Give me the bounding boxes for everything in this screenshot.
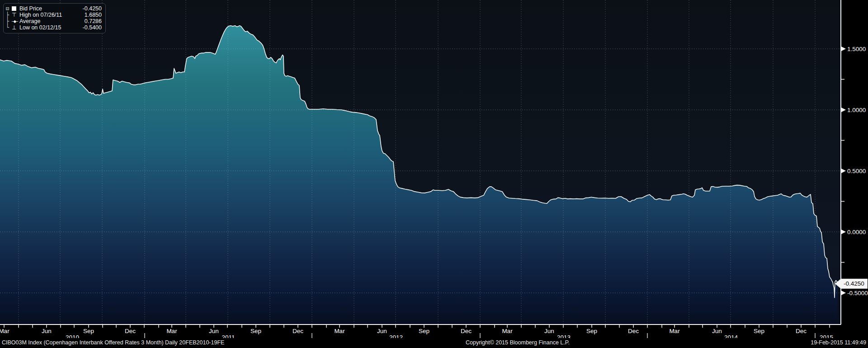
security-description: CIBO03M Index (Copenhagen Interbank Offe… — [2, 339, 224, 346]
month-label: Jun — [377, 328, 387, 334]
month-label: Jun — [544, 328, 554, 334]
legend-value: 1.6850 — [85, 12, 102, 18]
y-tick-label: 0.5000 — [847, 168, 866, 174]
y-tick-arrow-icon — [841, 291, 846, 295]
month-label: Jun — [209, 328, 219, 334]
month-label: Dec — [796, 328, 807, 334]
month-label: Sep — [83, 328, 94, 334]
legend-value: -0.5400 — [83, 24, 102, 31]
y-tick-arrow-icon — [841, 230, 846, 234]
legend-value: 0.7286 — [85, 18, 102, 24]
tree-branch-icon: ├ — [6, 12, 12, 18]
copyright-text: Copyright© 2015 Bloomberg Finance L.P. — [466, 339, 570, 346]
y-tick-arrow-icon — [841, 169, 846, 173]
month-label: Dec — [292, 328, 303, 334]
legend-row-bid-price[interactable]: ⊟ Bid Price -0.4250 — [6, 5, 102, 12]
month-label: Dec — [125, 328, 136, 334]
y-tick-label: 1.0000 — [847, 107, 866, 113]
collapse-icon[interactable]: ⊟ — [6, 5, 12, 12]
bloomberg-terminal-chart: MarJunSepDecMarJunSepDecMarJunSepDecMarJ… — [0, 0, 868, 348]
chart-canvas[interactable]: MarJunSepDecMarJunSepDecMarJunSepDecMarJ… — [0, 0, 868, 348]
month-label: Sep — [586, 328, 597, 334]
month-label: Mar — [502, 328, 513, 334]
legend-row-high[interactable]: ├ ⊤ High on 07/26/11 1.6850 — [6, 12, 102, 18]
month-label: Jun — [42, 328, 52, 334]
legend-label: Low on 02/12/15 — [19, 24, 83, 31]
y-tick-label: -0.5000 — [847, 290, 868, 296]
last-price-label: -0.4250 — [844, 280, 864, 287]
month-label: Sep — [754, 328, 764, 334]
month-label: Sep — [250, 328, 261, 334]
bid-price-marker-icon — [12, 6, 19, 11]
y-tick-arrow-icon — [841, 108, 846, 112]
month-label: Sep — [419, 328, 429, 334]
month-label: Mar — [0, 328, 9, 334]
month-label: Mar — [166, 328, 177, 334]
legend-label: Average — [19, 18, 85, 24]
legend-row-average[interactable]: ├ ─◆─ Average 0.7286 — [6, 18, 102, 24]
legend-value: -0.4250 — [83, 5, 102, 12]
y-tick-arrow-icon — [841, 47, 846, 51]
low-marker-icon: ⊥ — [12, 25, 19, 30]
average-marker-icon: ─◆─ — [12, 19, 19, 24]
timestamp: 19-Feb-2015 11:49:49 — [811, 339, 866, 346]
month-label: Dec — [628, 328, 639, 334]
legend-row-low[interactable]: └ ⊥ Low on 02/12/15 -0.5400 — [6, 24, 102, 31]
legend-label: Bid Price — [19, 5, 83, 12]
y-tick-label: 0.0000 — [847, 229, 866, 235]
tree-branch-icon: ├ — [6, 18, 12, 24]
y-tick-label: 1.5000 — [847, 46, 866, 52]
month-label: Mar — [334, 328, 345, 334]
legend-box[interactable]: ⊟ Bid Price -0.4250 ├ ⊤ High on 07/26/11… — [3, 3, 106, 33]
legend-label: High on 07/26/11 — [19, 12, 85, 18]
month-label: Dec — [461, 328, 472, 334]
status-bar: CIBO03M Index (Copenhagen Interbank Offe… — [0, 338, 868, 348]
month-label: Jun — [712, 328, 722, 334]
month-label: Mar — [669, 328, 680, 334]
tree-branch-icon: └ — [6, 24, 12, 31]
high-marker-icon: ⊤ — [12, 12, 19, 18]
